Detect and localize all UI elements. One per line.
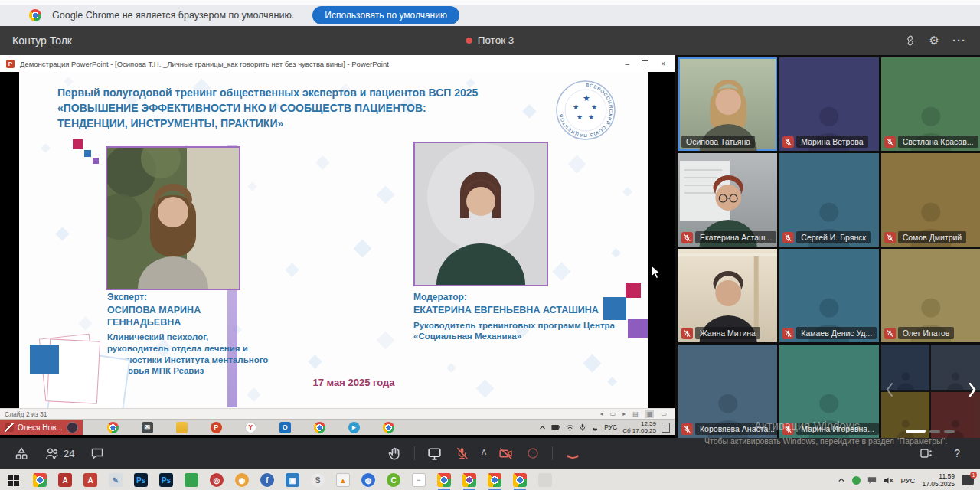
chrome-icon[interactable] bbox=[383, 422, 394, 433]
powerpoint-icon[interactable]: P bbox=[211, 422, 222, 433]
chevron-up-icon[interactable] bbox=[539, 424, 546, 431]
view-control-icon[interactable]: ▭ bbox=[610, 410, 616, 418]
view-control-icon[interactable]: ▦ bbox=[645, 410, 655, 418]
skype-icon[interactable]: S bbox=[311, 473, 325, 487]
photoshop-icon[interactable]: Ps bbox=[159, 473, 173, 487]
use-default-button[interactable]: Использовать по умолчанию bbox=[312, 6, 459, 24]
windows-start-icon[interactable] bbox=[8, 475, 19, 486]
participant-label: Марина Ветрова bbox=[782, 136, 867, 148]
mic-muted-icon[interactable] bbox=[454, 446, 470, 462]
vlc-icon[interactable]: ▲ bbox=[336, 473, 350, 487]
raise-hand-icon[interactable] bbox=[387, 446, 403, 462]
chrome-icon[interactable] bbox=[33, 473, 47, 487]
keyboard-language[interactable]: РУС bbox=[900, 476, 915, 485]
close-button[interactable]: × bbox=[661, 60, 665, 68]
blue-circle-icon[interactable]: ◍ bbox=[361, 473, 375, 487]
system-tray: РУС 12:59 Сб 17.05.25 bbox=[539, 420, 670, 434]
restore-button[interactable] bbox=[642, 60, 648, 67]
notification-center-icon[interactable] bbox=[662, 423, 670, 433]
participant-tile[interactable]: Сергей И. Брянск bbox=[779, 153, 878, 247]
yandex-icon[interactable]: Y bbox=[245, 422, 256, 433]
more-menu-icon[interactable]: ··· bbox=[952, 33, 966, 48]
page-indicator bbox=[906, 430, 955, 433]
speaker-muted-icon[interactable] bbox=[884, 476, 893, 485]
chrome-icon[interactable] bbox=[107, 422, 119, 433]
layout-view-icon[interactable] bbox=[919, 446, 934, 461]
chrome-icon[interactable] bbox=[314, 422, 325, 433]
svg-text:★: ★ bbox=[577, 113, 583, 121]
outlook-icon[interactable]: O bbox=[279, 422, 291, 433]
participant-tile[interactable]: Олег Ипатов bbox=[881, 249, 980, 342]
minimize-button[interactable]: – bbox=[626, 60, 630, 68]
paint-icon[interactable]: ✎ bbox=[109, 473, 122, 487]
next-page-icon[interactable] bbox=[967, 381, 977, 401]
participants-button[interactable]: 24 bbox=[44, 446, 74, 461]
chrome-icon[interactable] bbox=[513, 473, 527, 487]
chat-icon[interactable] bbox=[90, 446, 105, 461]
previous-page-icon[interactable] bbox=[885, 381, 895, 401]
telegram-icon[interactable]: ▸ bbox=[348, 422, 360, 433]
document-icon[interactable]: ≡ bbox=[412, 473, 426, 487]
participant-tile[interactable]: Сомов Дмитрий bbox=[881, 153, 980, 247]
mic-options-chevron-icon[interactable]: ᐱ bbox=[482, 449, 486, 456]
record-icon[interactable] bbox=[525, 446, 541, 461]
screen-share-icon[interactable] bbox=[426, 446, 443, 462]
mail-icon[interactable]: ✉ bbox=[142, 422, 153, 433]
acrobat-icon[interactable]: A bbox=[83, 473, 97, 487]
hangup-phone-icon[interactable] bbox=[564, 445, 581, 462]
participant-name: Камаев Денис Уд... bbox=[796, 327, 877, 339]
comment-icon[interactable] bbox=[867, 476, 877, 485]
blue-app-icon[interactable]: ▣ bbox=[286, 473, 299, 487]
clock[interactable]: 11:59 17.05.2025 bbox=[922, 472, 955, 488]
view-control-icon[interactable]: ▸ bbox=[622, 410, 626, 418]
vsp-logo: ВСЕРОССИЙСКИЙ СОЮЗ ПАЦИЕНТОВ ★★ ★★ ★ bbox=[555, 80, 616, 141]
view-control-icon[interactable]: ▭ bbox=[661, 410, 667, 418]
expert-description: Клинический психолог, руководитель отдел… bbox=[107, 332, 272, 377]
participant-tile[interactable]: Светлана Красав... bbox=[881, 57, 980, 151]
participant-label: Екатерина Асташ... bbox=[681, 231, 776, 243]
green-app-icon[interactable] bbox=[185, 473, 198, 487]
windows-activation-hint: Чтобы активировать Windows, перейдите в … bbox=[704, 436, 949, 446]
ghost-icon[interactable] bbox=[538, 473, 552, 487]
orange-app-icon[interactable]: ◉ bbox=[235, 473, 249, 487]
chevron-up-icon[interactable] bbox=[838, 476, 845, 484]
view-control-icon[interactable]: ◂ bbox=[600, 410, 603, 418]
green-circle-icon[interactable]: C bbox=[387, 473, 400, 487]
participants-overflow-tile[interactable] bbox=[881, 345, 980, 438]
chrome-icon[interactable] bbox=[488, 473, 501, 487]
moderator-description: Руководитель тренинговых программ Центра… bbox=[413, 320, 624, 342]
acrobat-icon[interactable]: A bbox=[58, 473, 72, 487]
participant-tile[interactable]: Марина Ветрова bbox=[779, 57, 878, 151]
svg-text:★: ★ bbox=[573, 103, 579, 111]
view-control-icon[interactable]: ▤ bbox=[632, 410, 639, 418]
avatar bbox=[67, 422, 78, 433]
reactions-shapes-icon[interactable] bbox=[14, 446, 29, 461]
red-app-icon[interactable]: ◎ bbox=[210, 473, 224, 487]
clock[interactable]: 12:59 Сб 17.05.25 bbox=[622, 420, 656, 434]
participant-grid: Осипова Татьяна Марина Ветрова Светлана … bbox=[676, 55, 980, 438]
participant-tile[interactable]: Жанна Митина bbox=[678, 249, 777, 342]
facebook-icon[interactable]: f bbox=[260, 473, 274, 487]
settings-gear-icon[interactable]: ⚙ bbox=[929, 33, 939, 48]
photoshop-icon[interactable]: Ps bbox=[134, 473, 148, 487]
shield-icon[interactable] bbox=[852, 476, 861, 485]
system-tray: РУС 11:59 17.05.2025 1 bbox=[838, 472, 974, 488]
participant-tile[interactable]: Камаев Денис Уд... bbox=[779, 249, 878, 342]
notification-center-icon[interactable]: 1 bbox=[962, 475, 974, 485]
keyboard-language[interactable]: РУС bbox=[604, 423, 617, 431]
active-app-button[interactable]: Олеся Нов... bbox=[0, 420, 83, 435]
wifi-icon bbox=[566, 424, 574, 431]
chrome-icon[interactable] bbox=[462, 473, 476, 487]
view-controls[interactable]: ◂▭▸▤▦▭ bbox=[600, 410, 667, 418]
slide-counter: Слайд 2 из 31 bbox=[5, 410, 47, 418]
participant-tile[interactable]: Осипова Татьяна bbox=[678, 57, 777, 151]
app-title: Контур Толк bbox=[12, 34, 72, 47]
camera-muted-icon[interactable] bbox=[498, 446, 514, 462]
chrome-icon[interactable] bbox=[437, 473, 451, 487]
copy-link-icon[interactable] bbox=[904, 34, 916, 47]
help-button[interactable]: ? bbox=[954, 447, 960, 459]
battery-icon bbox=[551, 424, 560, 430]
folder-icon[interactable] bbox=[176, 422, 188, 433]
taskbar-apps: AA✎PsPs◎◉f▣S▲◍C≡ bbox=[33, 473, 552, 487]
participant-tile[interactable]: Екатерина Асташ... bbox=[678, 153, 777, 247]
